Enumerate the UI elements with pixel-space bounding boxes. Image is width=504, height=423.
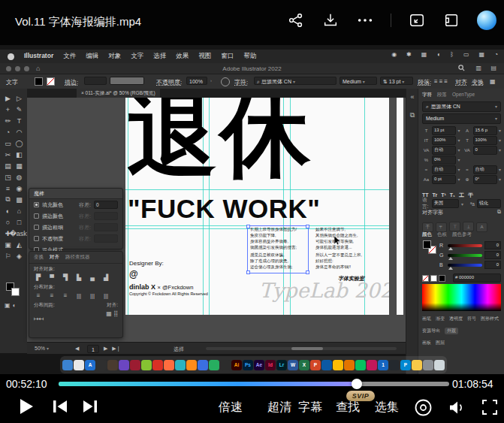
workspace-icon[interactable]: ▤ [490,65,496,71]
distribute-icon[interactable]: ≡ [61,292,70,299]
menubar-status-icon[interactable]: ▦ [479,52,485,58]
glyph-button[interactable]: ⊤ [449,222,460,231]
align-icon[interactable]: ▙ [74,274,83,281]
panel-tab[interactable]: 路径查找器 [65,254,90,261]
artboard-nav-next-icon[interactable]: ▶ ▶| [104,346,121,352]
panel-tab[interactable]: 色板 [437,231,447,238]
menu-item[interactable]: 视图 [198,52,211,61]
menu-item[interactable]: 文字 [131,52,143,61]
panel-tab[interactable]: 资源导出 [422,328,440,334]
dock-icon[interactable] [423,360,433,370]
align-left-center-right-icons[interactable]: ≡≡≡ [434,78,449,85]
menu-item[interactable]: 选择 [153,52,166,61]
tool-icon[interactable]: ✏ [3,116,14,125]
dock-icon[interactable] [186,360,197,370]
antialias-select[interactable]: 锐化 [477,199,501,208]
character-field[interactable]: ⊕0°▾ [463,175,502,183]
opacity-label[interactable]: 不透明度: [156,78,182,86]
document-tab[interactable]: × 011-实操.ai* @ 50% (RGB/预览) [77,89,160,98]
menubar-status-icon[interactable]: ◖ [436,52,440,58]
panel-tab[interactable]: 段落 [437,92,447,98]
distribute-icon[interactable]: ||| [88,292,97,299]
tool-icon[interactable]: ▶ [3,93,14,103]
draw-mode-icons[interactable]: ▣◐ [5,302,18,309]
menu-item[interactable]: 窗口 [221,52,234,61]
tool-icon[interactable]: ◧ [14,150,25,159]
poster-subhead[interactable]: "FUCK WORK" [128,194,320,224]
episodes-button[interactable]: 选集 [375,400,399,415]
distribute-icon[interactable]: ||| [101,292,110,299]
previous-button[interactable] [53,400,68,413]
panel-tab[interactable]: 画笔 [422,316,431,322]
tool-icon[interactable]: ▣ [3,240,14,249]
dock-icon[interactable] [333,360,343,370]
dock-icon[interactable]: Ae [254,360,264,370]
menubar-status-icon[interactable]: ▦ [421,52,427,58]
character-field[interactable]: Aa0 pt▾ [422,175,460,183]
menubar-status-icon[interactable]: ᛒ [450,52,454,58]
character-field[interactable]: VA0▾ [463,146,502,154]
poster-paragraph[interactable]: 长期上班导致身体抵抗力/ 免疫功能下降, 身体容易受外界病毒, 病菌感染引发疾病… [250,227,306,251]
character-label[interactable]: 字符: [234,78,248,86]
tool-icon[interactable]: �askt [14,228,25,238]
artboard[interactable]: 退休 "FUCK WORK" 长期上班导致身体抵抗力/ 免疫功能下降, 身体容易… [125,98,389,315]
tool-icon[interactable]: ◐ [3,206,14,216]
dock-icon[interactable] [152,360,163,370]
play-button[interactable] [20,398,34,415]
dock-icon[interactable]: A [85,360,95,370]
user-avatar[interactable] [477,11,496,30]
dock-icon[interactable] [209,360,219,370]
panel-tab[interactable]: OpenType [452,92,475,98]
panel-tab[interactable]: 外观 [445,328,458,334]
subtitle-button[interactable]: 字幕 [298,400,322,415]
tool-icon[interactable]: ▭ [3,138,14,148]
character-field[interactable]: T13 pt▾ [422,126,460,134]
spacing-icon[interactable]: ↤ [39,316,44,322]
font-size-select[interactable]: ⇅ 13 pt ▾ [380,77,413,85]
record-screen-icon[interactable] [414,398,433,417]
menu-item[interactable]: 文件 [63,52,76,61]
fill-swatch[interactable] [35,77,43,86]
panel-tab[interactable]: 图层 [436,340,445,346]
none-swatch[interactable] [422,275,429,282]
dock-icon[interactable] [74,360,84,370]
distribute-icon[interactable]: ||| [74,292,83,299]
tool-icon[interactable]: ▦ [14,161,25,171]
dock-icon[interactable] [141,360,152,370]
align-icon[interactable]: ▟ [101,274,110,281]
distribute-icon[interactable]: ≡ [34,292,43,299]
align-icon[interactable]: ▜ [61,274,70,281]
layout-icon[interactable]: ▥ [475,65,481,71]
poster-paragraph[interactable]: 所以人一定不要总是上班, 好好想想: 身体是革命的本钱!! [315,252,370,270]
dock-icon[interactable]: W [288,360,298,370]
dock-icon[interactable]: Ai [231,360,242,370]
next-button[interactable] [83,400,98,413]
character-field[interactable]: %0%▾ [422,156,460,164]
dock-icon[interactable]: Ps [243,360,253,370]
tool-icon[interactable]: T [14,116,25,125]
download-icon[interactable] [321,11,340,29]
more-icon[interactable] [356,11,374,29]
rgb-slider-row[interactable]: R0 [439,240,501,250]
panel-tab[interactable]: 对齐 [50,254,59,261]
dock-icon[interactable]: X [299,360,309,370]
tool-icon[interactable]: + [3,104,14,114]
collapse-panels-icon[interactable]: « [406,93,418,101]
black-swatch[interactable] [439,275,445,282]
tool-icon[interactable]: ▩ [14,195,25,204]
zoom-level[interactable]: 50% ▾ [35,346,49,351]
brush-preview-box[interactable] [110,77,144,85]
panel-tab[interactable]: 变换 [34,254,44,261]
dock-icon[interactable] [434,360,445,370]
artboard-number[interactable]: 1 [87,345,99,353]
tool-icon[interactable]: ⌂ [14,206,25,216]
distribute-icon[interactable]: ≡ [47,292,56,299]
font-weight-select[interactable]: Medium▾ [422,113,501,124]
magic-wand-title[interactable]: 魔棒 [29,189,122,199]
dock-icon[interactable] [321,360,332,370]
toolbar-stroke-swatch[interactable] [11,288,20,296]
tool-icon[interactable]: ○ [3,217,14,227]
menubar-status-icon[interactable]: ✱ [406,52,412,58]
wand-row[interactable]: 描边颜色容差: [29,210,122,222]
menu-item[interactable]: Illustrator [24,52,53,61]
